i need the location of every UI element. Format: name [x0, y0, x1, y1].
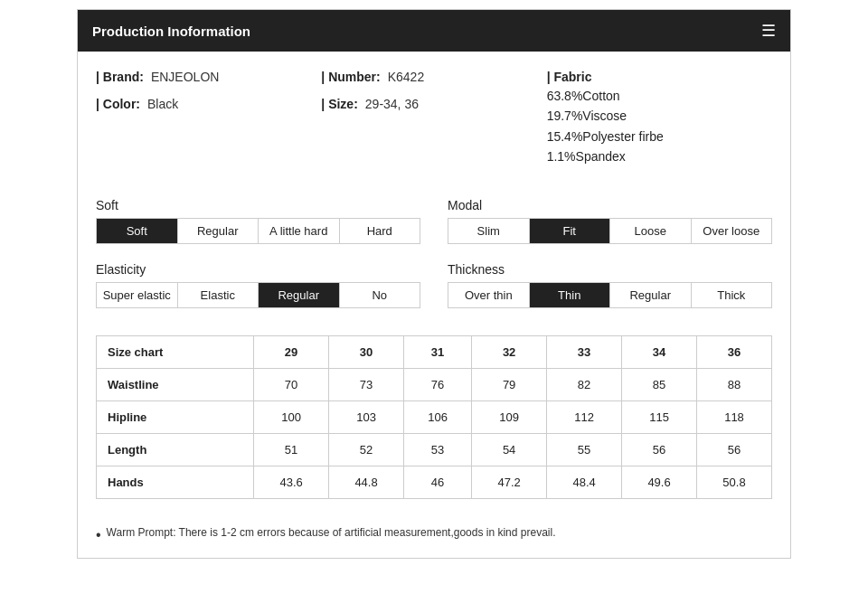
modal-group: Modal Slim Fit Loose Over loose [448, 198, 772, 244]
hipline-31: 106 [404, 400, 472, 433]
hipline-29: 100 [254, 400, 329, 433]
length-29: 51 [254, 433, 329, 466]
elasticity-btn-no[interactable]: No [340, 283, 420, 307]
elasticity-btn-superelastic[interactable]: Super elastic [97, 283, 178, 307]
hands-29: 43.6 [254, 466, 329, 498]
size-value: 29-34, 36 [365, 97, 419, 111]
hipline-34: 115 [622, 400, 697, 433]
hands-32: 47.2 [472, 466, 547, 498]
col-header-30: 30 [329, 335, 404, 368]
hipline-32: 109 [472, 400, 547, 433]
softness-title: Soft [96, 198, 420, 212]
hands-30: 44.8 [329, 466, 404, 498]
properties-section-2: Elasticity Super elastic Elastic Regular… [78, 262, 790, 326]
fabric-line-1: 19.7%Viscose [547, 106, 664, 126]
softness-group: Soft Soft Regular A little hard Hard [96, 198, 420, 244]
size-chart-title: Size chart [97, 335, 254, 368]
fabric-line-3: 1.1%Spandex [547, 146, 664, 166]
modal-btn-fit[interactable]: Fit [530, 219, 611, 243]
modal-btn-loose[interactable]: Loose [610, 219, 692, 243]
hipline-label: Hipline [97, 400, 254, 433]
brand-row: | Brand: ENJEOLON [96, 70, 321, 84]
thickness-buttons: Over thin Thin Regular Thick [448, 282, 772, 308]
waistline-32: 79 [472, 368, 547, 400]
softness-btn-alittlehard[interactable]: A little hard [259, 219, 340, 243]
length-32: 54 [472, 433, 547, 466]
length-30: 52 [329, 433, 404, 466]
size-row: | Size: 29-34, 36 [321, 97, 546, 111]
thickness-title: Thickness [448, 262, 772, 277]
softness-btn-regular[interactable]: Regular [178, 219, 259, 243]
modal-btn-overloose[interactable]: Over loose [692, 219, 772, 243]
waistline-33: 82 [547, 368, 622, 400]
col-header-32: 32 [472, 335, 547, 368]
thickness-btn-thick[interactable]: Thick [692, 283, 772, 307]
hipline-36: 118 [697, 400, 772, 433]
col-header-36: 36 [697, 335, 772, 368]
col-header-31: 31 [404, 335, 472, 368]
elasticity-group: Elasticity Super elastic Elastic Regular… [96, 262, 420, 308]
table-row-length: Length 51 52 53 54 55 56 56 [97, 433, 772, 466]
softness-buttons: Soft Regular A little hard Hard [96, 218, 420, 244]
number-value: K6422 [388, 70, 424, 84]
table-row-hands: Hands 43.6 44.8 46 47.2 48.4 49.6 50.8 [97, 466, 772, 498]
length-34: 56 [622, 433, 697, 466]
thickness-btn-regular[interactable]: Regular [610, 283, 692, 307]
hands-label: Hands [97, 466, 254, 498]
elasticity-btn-regular[interactable]: Regular [259, 283, 340, 307]
info-col-right: | Fabric 63.8%Cotton 19.7%Viscose 15.4%P… [547, 70, 772, 180]
thickness-btn-thin[interactable]: Thin [530, 283, 611, 307]
info-col-left: | Brand: ENJEOLON | Color: Black [96, 70, 321, 180]
size-chart-section: Size chart 29 30 31 32 33 34 36 Waistlin… [78, 326, 790, 517]
fabric-row: | Fabric 63.8%Cotton 19.7%Viscose 15.4%P… [547, 70, 772, 167]
elasticity-buttons: Super elastic Elastic Regular No [96, 282, 420, 308]
modal-btn-slim[interactable]: Slim [448, 219, 530, 243]
fabric-line-2: 15.4%Polyester firbe [547, 127, 664, 146]
col-header-33: 33 [547, 335, 622, 368]
waistline-36: 88 [697, 368, 772, 400]
waistline-30: 73 [329, 368, 404, 400]
table-row-waistline: Waistline 70 73 76 79 82 85 88 [97, 368, 772, 400]
color-label: | Color: [96, 97, 140, 111]
hands-34: 49.6 [622, 466, 697, 498]
elasticity-btn-elastic[interactable]: Elastic [178, 283, 259, 307]
size-chart-table: Size chart 29 30 31 32 33 34 36 Waistlin… [96, 335, 772, 499]
col-header-29: 29 [254, 335, 329, 368]
panel-title: Production Inoformation [92, 24, 250, 39]
info-col-middle: | Number: K6422 | Size: 29-34, 36 [321, 70, 546, 180]
menu-icon[interactable]: ☰ [761, 21, 776, 41]
hipline-30: 103 [329, 400, 404, 433]
warm-prompt-text: Warm Prompt: There is 1-2 cm errors beca… [107, 526, 556, 539]
thickness-btn-overthin[interactable]: Over thin [448, 283, 530, 307]
fabric-lines: 63.8%Cotton 19.7%Viscose 15.4%Polyester … [547, 86, 664, 167]
number-label: | Number: [321, 70, 380, 84]
warm-prompt: • Warm Prompt: There is 1-2 cm errors be… [78, 517, 790, 558]
waistline-29: 70 [254, 368, 329, 400]
fabric-line-0: 63.8%Cotton [547, 86, 664, 106]
color-value: Black [147, 97, 178, 111]
size-label: | Size: [321, 97, 357, 111]
brand-value: ENJEOLON [151, 70, 219, 84]
elasticity-title: Elasticity [96, 262, 420, 277]
softness-btn-soft[interactable]: Soft [97, 219, 178, 243]
thickness-group: Thickness Over thin Thin Regular Thick [448, 262, 772, 308]
panel-header: Production Inoformation ☰ [78, 10, 790, 52]
hipline-33: 112 [547, 400, 622, 433]
bullet-icon: • [96, 526, 101, 543]
properties-section: Soft Soft Regular A little hard Hard Mod… [78, 189, 790, 262]
hands-33: 48.4 [547, 466, 622, 498]
number-row: | Number: K6422 [321, 70, 546, 84]
length-33: 55 [547, 433, 622, 466]
fabric-label: | Fabric [547, 70, 664, 84]
softness-btn-hard[interactable]: Hard [340, 219, 420, 243]
length-31: 53 [404, 433, 472, 466]
modal-title: Modal [448, 198, 772, 212]
hands-31: 46 [404, 466, 472, 498]
size-chart-header-row: Size chart 29 30 31 32 33 34 36 [97, 335, 772, 368]
color-row: | Color: Black [96, 97, 321, 111]
table-row-hipline: Hipline 100 103 106 109 112 115 118 [97, 400, 772, 433]
hands-36: 50.8 [697, 466, 772, 498]
modal-buttons: Slim Fit Loose Over loose [448, 218, 772, 244]
waistline-label: Waistline [97, 368, 254, 400]
waistline-34: 85 [622, 368, 697, 400]
